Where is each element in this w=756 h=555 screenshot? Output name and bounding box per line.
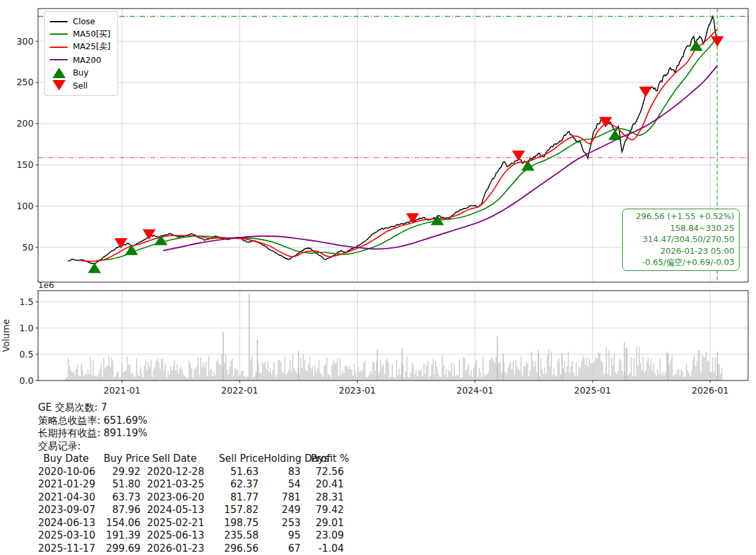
volume-bar	[380, 360, 381, 380]
volume-bar	[264, 361, 265, 380]
volume-bar	[653, 363, 654, 380]
volume-bar	[699, 351, 700, 380]
volume-bar	[346, 365, 346, 380]
volume-bar	[414, 375, 415, 380]
volume-bar	[540, 359, 541, 380]
trade-cell: 2025-02-21	[147, 517, 207, 530]
volume-bar	[460, 377, 461, 380]
volume-bar	[602, 362, 602, 380]
volume-bar	[641, 370, 642, 380]
strategy-summary: GE 交易次数: 7 策略总收益率: 651.69% 长期持有收益: 891.1…	[38, 401, 349, 555]
volume-bar	[510, 362, 511, 380]
trade-row: 2021-04-3063.732023-06-2081.7778128.31	[38, 491, 349, 504]
volume-bar	[207, 377, 207, 380]
volume-bar	[690, 377, 690, 380]
price-y-tick-label: 250	[16, 77, 33, 87]
summary-trades-title: 交易记录:	[38, 440, 349, 453]
volume-bar	[149, 367, 150, 380]
trade-row: 2020-10-0629.922020-12-2851.638372.56	[38, 466, 349, 479]
volume-bar	[597, 359, 597, 380]
volume-bar	[74, 375, 75, 380]
trade-cell: 2026-01-23	[147, 543, 207, 555]
volume-bar	[523, 366, 524, 380]
volume-bar	[497, 337, 498, 380]
volume-bar	[480, 373, 480, 380]
trade-cell: 72.56	[301, 466, 344, 479]
volume-bar	[392, 365, 392, 380]
trade-header-cell: Profit %	[306, 453, 349, 466]
volume-bar	[405, 371, 406, 380]
volume-bar	[100, 363, 101, 380]
volume-bar	[530, 370, 530, 380]
volume-bar	[306, 371, 307, 380]
volume-bar	[236, 370, 236, 380]
volume-bar	[603, 375, 604, 380]
legend-item: Buy	[50, 66, 111, 79]
volume-bar	[427, 361, 428, 380]
volume-bar	[338, 376, 339, 380]
trade-cell: 29.01	[301, 517, 344, 530]
volume-bar	[90, 357, 91, 380]
volume-bar	[145, 359, 146, 380]
summary-buyhold-return: 长期持有收益: 891.19%	[38, 427, 349, 440]
volume-bar	[110, 367, 110, 380]
volume-bar	[492, 358, 492, 380]
trade-cell: 95	[259, 529, 301, 543]
volume-bar	[303, 354, 303, 380]
volume-bar	[570, 366, 571, 380]
volume-bar	[694, 356, 694, 380]
volume-bar	[538, 354, 539, 380]
volume-bar	[253, 377, 253, 380]
volume-bar	[175, 371, 176, 380]
volume-bar	[536, 372, 537, 380]
volume-bar	[289, 360, 290, 380]
volume-bar	[329, 375, 329, 380]
volume-bar	[494, 362, 495, 380]
volume-bar	[129, 365, 130, 380]
volume-bar	[648, 358, 648, 380]
volume-bar	[107, 365, 108, 380]
volume-bar	[91, 375, 92, 380]
volume-bar	[687, 370, 688, 380]
volume-bar	[351, 369, 352, 380]
volume-bar	[572, 361, 572, 380]
volume-bar	[192, 378, 193, 380]
volume-bar	[300, 358, 301, 380]
legend-label: MA50[买]	[73, 29, 111, 40]
volume-bar	[368, 375, 369, 380]
volume-bar	[632, 376, 633, 380]
volume-bar	[562, 353, 563, 380]
volume-bar	[674, 375, 675, 380]
volume-bar	[211, 369, 211, 380]
volume-bar	[93, 360, 93, 380]
volume-bar	[615, 373, 616, 380]
volume-bar	[194, 369, 194, 380]
volume-bar	[665, 372, 665, 380]
volume-bar	[594, 361, 595, 380]
volume-bar	[661, 375, 662, 380]
trade-row: 2021-01-2951.802021-03-2562.375420.41	[38, 478, 349, 491]
chart-legend: CloseMA50[买]MA25[卖]MA200BuySell	[44, 11, 118, 96]
volume-bar	[543, 374, 543, 380]
volume-bar	[68, 358, 68, 380]
volume-bar	[452, 376, 453, 380]
volume-bar	[379, 371, 379, 380]
volume-bar	[478, 368, 479, 380]
volume-bar	[541, 369, 542, 380]
volume-bar	[106, 367, 106, 380]
legend-item: Sell	[50, 79, 111, 92]
price-y-tick-label: 300	[16, 36, 33, 47]
volume-bar	[589, 358, 589, 380]
volume-bar	[535, 361, 536, 380]
volume-bar	[158, 363, 159, 380]
volume-bar	[178, 373, 178, 380]
volume-bar	[96, 377, 97, 380]
legend-line-swatch	[50, 21, 68, 22]
volume-bar	[156, 361, 156, 380]
volume-bar	[477, 377, 478, 380]
volume-bar	[489, 360, 490, 380]
volume-bar	[585, 365, 585, 380]
volume-bar	[562, 368, 563, 380]
volume-bar	[626, 348, 627, 380]
volume-bar	[137, 374, 138, 380]
